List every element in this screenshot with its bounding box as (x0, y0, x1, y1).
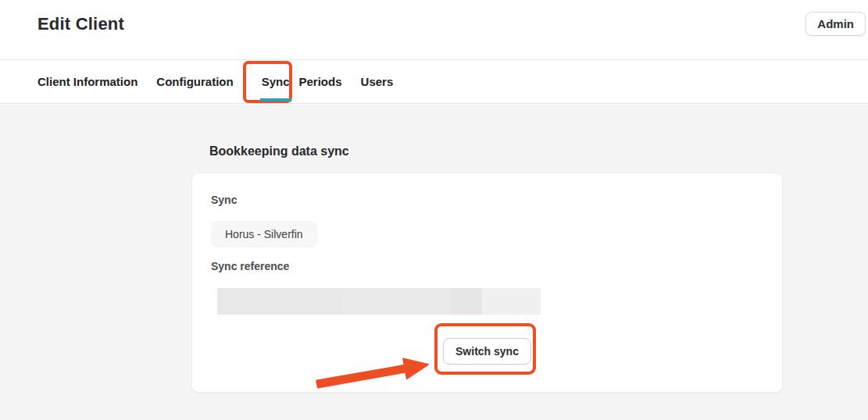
admin-button[interactable]: Admin (805, 12, 866, 36)
tab-sync[interactable]: Sync (259, 60, 293, 103)
active-tab-indicator (260, 98, 291, 101)
tab-client-information[interactable]: Client Information (38, 60, 138, 103)
tab-sync-label: Sync (262, 75, 290, 88)
page-title: Edit Client (38, 14, 124, 34)
tab-bar: Client Information Configuration Sync Pe… (0, 60, 868, 104)
button-row: Switch sync (211, 338, 763, 365)
content-area: Bookkeeping data sync Sync Horus - Silve… (0, 105, 868, 420)
sync-card: Sync Horus - Silverfin Sync reference Sw… (191, 173, 783, 393)
tab-users[interactable]: Users (361, 60, 394, 103)
tab-configuration[interactable]: Configuration (156, 60, 233, 103)
sync-reference-field-label: Sync reference (211, 260, 763, 273)
sync-field-label: Sync (211, 194, 763, 207)
tab-periods[interactable]: Periods (299, 60, 342, 103)
edit-client-page: Edit Client Admin Client Information Con… (0, 0, 868, 420)
sync-value-chip: Horus - Silverfin (211, 221, 317, 247)
page-header: Edit Client Admin (0, 0, 868, 60)
sync-reference-redacted-value (217, 288, 541, 315)
switch-sync-button[interactable]: Switch sync (443, 338, 531, 365)
section-title: Bookkeeping data sync (209, 144, 349, 158)
